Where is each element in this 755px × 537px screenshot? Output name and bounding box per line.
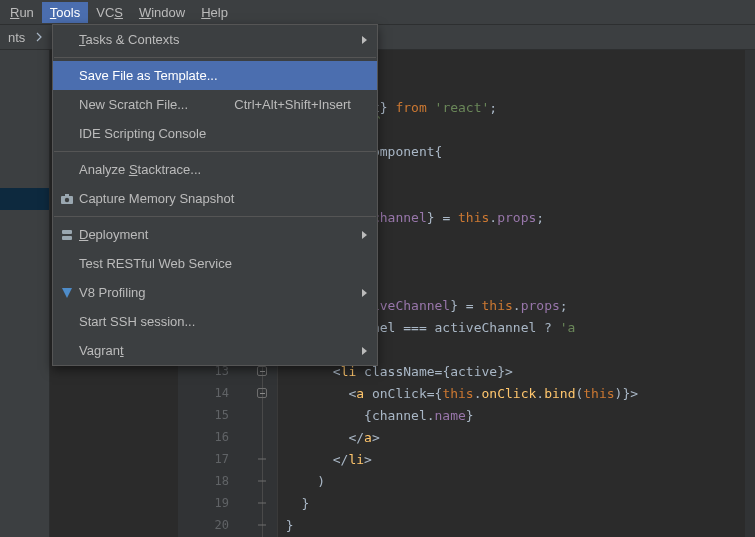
code-line[interactable]: <a onClick={this.onClick.bind(this)}>: [278, 382, 755, 404]
menu-item-label: Vagrant: [79, 343, 351, 358]
menu-item-ide-scripting[interactable]: IDE Scripting Console: [53, 119, 377, 148]
menu-item-deployment[interactable]: Deployment: [53, 220, 377, 249]
svg-rect-4: [62, 236, 72, 240]
code-line[interactable]: ): [278, 470, 755, 492]
menu-divider: [54, 57, 376, 58]
menu-item-label: V8 Profiling: [79, 285, 351, 300]
submenu-arrow-icon: [362, 231, 367, 239]
submenu-arrow-icon: [362, 289, 367, 297]
menu-divider: [54, 216, 376, 217]
fold-marker-icon[interactable]: [257, 366, 267, 376]
menu-item-label: Deployment: [79, 227, 351, 242]
menubar-item[interactable]: Run: [2, 2, 42, 23]
menubar-item[interactable]: Tools: [42, 2, 88, 23]
gutter-line: 19: [178, 492, 277, 514]
camera-icon: [59, 191, 75, 207]
breadcrumb-label: nts: [8, 30, 25, 45]
menu-item-label: Analyze Stacktrace...: [79, 162, 351, 177]
gutter-line: 16: [178, 426, 277, 448]
menu-item-new-scratch[interactable]: New Scratch File... Ctrl+Alt+Shift+Inser…: [53, 90, 377, 119]
menu-item-label: Capture Memory Snapshot: [79, 191, 351, 206]
fold-end-icon: [258, 481, 266, 482]
menu-item-label: Tasks & Contexts: [79, 32, 351, 47]
menu-item-v8-profiling[interactable]: V8 Profiling: [53, 278, 377, 307]
menu-item-label: Save File as Template...: [79, 68, 351, 83]
menu-item-label: Test RESTful Web Service: [79, 256, 351, 271]
code-line[interactable]: </a>: [278, 426, 755, 448]
gutter-line: 18: [178, 470, 277, 492]
menu-item-vagrant[interactable]: Vagrant: [53, 336, 377, 365]
fold-marker-icon[interactable]: [257, 388, 267, 398]
menu-item-test-rest[interactable]: Test RESTful Web Service: [53, 249, 377, 278]
menu-item-analyze-stacktrace[interactable]: Analyze Stacktrace...: [53, 155, 377, 184]
project-tree[interactable]: [0, 50, 50, 537]
project-tree-selected-row[interactable]: [0, 188, 49, 210]
menu-item-tasks[interactable]: Tasks & Contexts: [53, 25, 377, 54]
menubar-item[interactable]: Help: [193, 2, 236, 23]
v8-icon: [59, 285, 75, 301]
submenu-arrow-icon: [362, 347, 367, 355]
code-line[interactable]: }: [278, 514, 755, 536]
code-line[interactable]: </li>: [278, 448, 755, 470]
menu-item-shortcut: Ctrl+Alt+Shift+Insert: [234, 97, 351, 112]
code-line[interactable]: }: [278, 492, 755, 514]
gutter-line: 15: [178, 404, 277, 426]
svg-rect-1: [65, 194, 69, 197]
menu-item-save-template[interactable]: Save File as Template...: [53, 61, 377, 90]
menu-item-label: New Scratch File...: [79, 97, 234, 112]
menubar: RunToolsVCSWindowHelp: [0, 0, 755, 24]
code-line[interactable]: {channel.name}: [278, 404, 755, 426]
fold-end-icon: [258, 503, 266, 504]
menu-item-capture-memory[interactable]: Capture Memory Snapshot: [53, 184, 377, 213]
menu-divider: [54, 151, 376, 152]
menubar-item[interactable]: Window: [131, 2, 193, 23]
breadcrumb-item[interactable]: nts: [2, 28, 31, 47]
submenu-arrow-icon: [362, 36, 367, 44]
fold-end-icon: [258, 525, 266, 526]
chevron-right-icon: [31, 29, 47, 45]
gutter-line: 17: [178, 448, 277, 470]
svg-point-2: [65, 197, 69, 201]
menu-item-ssh[interactable]: Start SSH session...: [53, 307, 377, 336]
menu-item-label: IDE Scripting Console: [79, 126, 351, 141]
fold-end-icon: [258, 459, 266, 460]
menubar-item[interactable]: VCS: [88, 2, 131, 23]
gutter-line: 14: [178, 382, 277, 404]
svg-rect-3: [62, 230, 72, 234]
gutter-line: 20: [178, 514, 277, 536]
menu-item-label: Start SSH session...: [79, 314, 351, 329]
server-icon: [59, 227, 75, 243]
tools-menu: Tasks & Contexts Save File as Template..…: [52, 24, 378, 366]
